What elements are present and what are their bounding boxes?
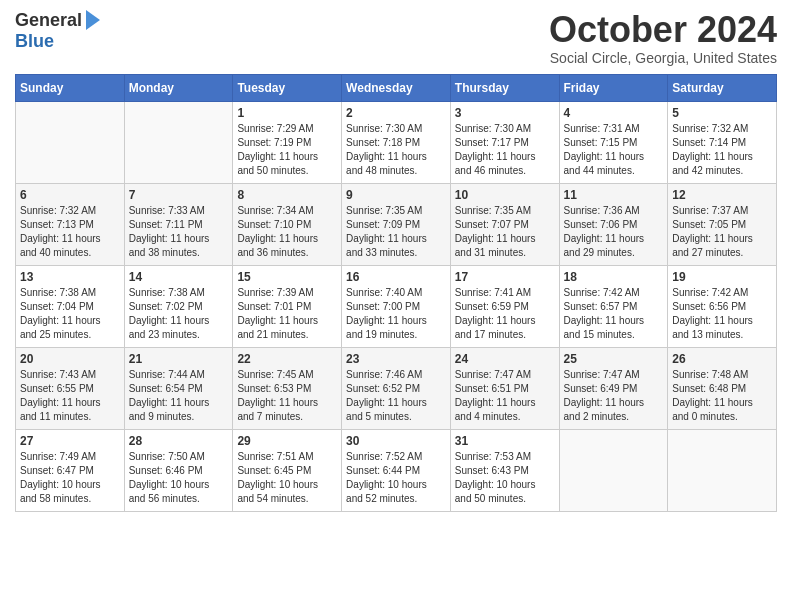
- weekday-header-row: SundayMondayTuesdayWednesdayThursdayFrid…: [16, 74, 777, 101]
- weekday-header-friday: Friday: [559, 74, 668, 101]
- day-number: 1: [237, 106, 337, 120]
- day-cell: 3Sunrise: 7:30 AMSunset: 7:17 PMDaylight…: [450, 101, 559, 183]
- cell-content: Sunrise: 7:49 AMSunset: 6:47 PMDaylight:…: [20, 450, 120, 506]
- day-number: 10: [455, 188, 555, 202]
- daylight-text: Daylight: 11 hours and 17 minutes.: [455, 315, 536, 340]
- sunrise-text: Sunrise: 7:44 AM: [129, 369, 205, 380]
- day-cell: [16, 101, 125, 183]
- day-cell: 8Sunrise: 7:34 AMSunset: 7:10 PMDaylight…: [233, 183, 342, 265]
- cell-content: Sunrise: 7:32 AMSunset: 7:14 PMDaylight:…: [672, 122, 772, 178]
- day-cell: 14Sunrise: 7:38 AMSunset: 7:02 PMDayligh…: [124, 265, 233, 347]
- cell-content: Sunrise: 7:52 AMSunset: 6:44 PMDaylight:…: [346, 450, 446, 506]
- daylight-text: Daylight: 10 hours and 54 minutes.: [237, 479, 318, 504]
- day-cell: 5Sunrise: 7:32 AMSunset: 7:14 PMDaylight…: [668, 101, 777, 183]
- sunrise-text: Sunrise: 7:52 AM: [346, 451, 422, 462]
- daylight-text: Daylight: 11 hours and 40 minutes.: [20, 233, 101, 258]
- day-number: 2: [346, 106, 446, 120]
- daylight-text: Daylight: 11 hours and 36 minutes.: [237, 233, 318, 258]
- cell-content: Sunrise: 7:53 AMSunset: 6:43 PMDaylight:…: [455, 450, 555, 506]
- sunrise-text: Sunrise: 7:35 AM: [455, 205, 531, 216]
- sunset-text: Sunset: 7:02 PM: [129, 301, 203, 312]
- sunrise-text: Sunrise: 7:53 AM: [455, 451, 531, 462]
- cell-content: Sunrise: 7:40 AMSunset: 7:00 PMDaylight:…: [346, 286, 446, 342]
- sunset-text: Sunset: 6:48 PM: [672, 383, 746, 394]
- daylight-text: Daylight: 11 hours and 13 minutes.: [672, 315, 753, 340]
- sunset-text: Sunset: 7:17 PM: [455, 137, 529, 148]
- week-row-1: 1Sunrise: 7:29 AMSunset: 7:19 PMDaylight…: [16, 101, 777, 183]
- daylight-text: Daylight: 11 hours and 9 minutes.: [129, 397, 210, 422]
- sunrise-text: Sunrise: 7:48 AM: [672, 369, 748, 380]
- day-number: 31: [455, 434, 555, 448]
- daylight-text: Daylight: 11 hours and 23 minutes.: [129, 315, 210, 340]
- daylight-text: Daylight: 11 hours and 0 minutes.: [672, 397, 753, 422]
- day-cell: 29Sunrise: 7:51 AMSunset: 6:45 PMDayligh…: [233, 429, 342, 511]
- day-number: 18: [564, 270, 664, 284]
- day-number: 22: [237, 352, 337, 366]
- weekday-header-tuesday: Tuesday: [233, 74, 342, 101]
- day-cell: [124, 101, 233, 183]
- sunset-text: Sunset: 6:51 PM: [455, 383, 529, 394]
- day-number: 7: [129, 188, 229, 202]
- weekday-header-saturday: Saturday: [668, 74, 777, 101]
- weekday-header-monday: Monday: [124, 74, 233, 101]
- logo-blue-text: Blue: [15, 31, 54, 52]
- sunset-text: Sunset: 6:49 PM: [564, 383, 638, 394]
- day-cell: [668, 429, 777, 511]
- sunrise-text: Sunrise: 7:42 AM: [564, 287, 640, 298]
- sunset-text: Sunset: 6:59 PM: [455, 301, 529, 312]
- sunset-text: Sunset: 6:57 PM: [564, 301, 638, 312]
- day-cell: [559, 429, 668, 511]
- day-cell: 20Sunrise: 7:43 AMSunset: 6:55 PMDayligh…: [16, 347, 125, 429]
- cell-content: Sunrise: 7:32 AMSunset: 7:13 PMDaylight:…: [20, 204, 120, 260]
- day-cell: 11Sunrise: 7:36 AMSunset: 7:06 PMDayligh…: [559, 183, 668, 265]
- logo: General Blue: [15, 10, 100, 52]
- cell-content: Sunrise: 7:35 AMSunset: 7:09 PMDaylight:…: [346, 204, 446, 260]
- day-cell: 10Sunrise: 7:35 AMSunset: 7:07 PMDayligh…: [450, 183, 559, 265]
- day-number: 21: [129, 352, 229, 366]
- daylight-text: Daylight: 10 hours and 58 minutes.: [20, 479, 101, 504]
- daylight-text: Daylight: 10 hours and 52 minutes.: [346, 479, 427, 504]
- sunset-text: Sunset: 6:55 PM: [20, 383, 94, 394]
- day-number: 17: [455, 270, 555, 284]
- sunrise-text: Sunrise: 7:46 AM: [346, 369, 422, 380]
- day-number: 27: [20, 434, 120, 448]
- daylight-text: Daylight: 11 hours and 19 minutes.: [346, 315, 427, 340]
- sunset-text: Sunset: 6:43 PM: [455, 465, 529, 476]
- sunset-text: Sunset: 7:10 PM: [237, 219, 311, 230]
- sunset-text: Sunset: 7:14 PM: [672, 137, 746, 148]
- cell-content: Sunrise: 7:50 AMSunset: 6:46 PMDaylight:…: [129, 450, 229, 506]
- day-number: 3: [455, 106, 555, 120]
- daylight-text: Daylight: 11 hours and 25 minutes.: [20, 315, 101, 340]
- day-number: 29: [237, 434, 337, 448]
- title-area: October 2024 Social Circle, Georgia, Uni…: [549, 10, 777, 66]
- sunset-text: Sunset: 7:00 PM: [346, 301, 420, 312]
- day-cell: 16Sunrise: 7:40 AMSunset: 7:00 PMDayligh…: [342, 265, 451, 347]
- day-number: 30: [346, 434, 446, 448]
- week-row-3: 13Sunrise: 7:38 AMSunset: 7:04 PMDayligh…: [16, 265, 777, 347]
- sunset-text: Sunset: 7:04 PM: [20, 301, 94, 312]
- cell-content: Sunrise: 7:31 AMSunset: 7:15 PMDaylight:…: [564, 122, 664, 178]
- day-cell: 27Sunrise: 7:49 AMSunset: 6:47 PMDayligh…: [16, 429, 125, 511]
- sunrise-text: Sunrise: 7:37 AM: [672, 205, 748, 216]
- sunrise-text: Sunrise: 7:49 AM: [20, 451, 96, 462]
- week-row-4: 20Sunrise: 7:43 AMSunset: 6:55 PMDayligh…: [16, 347, 777, 429]
- cell-content: Sunrise: 7:35 AMSunset: 7:07 PMDaylight:…: [455, 204, 555, 260]
- week-row-5: 27Sunrise: 7:49 AMSunset: 6:47 PMDayligh…: [16, 429, 777, 511]
- sunrise-text: Sunrise: 7:32 AM: [20, 205, 96, 216]
- day-number: 6: [20, 188, 120, 202]
- daylight-text: Daylight: 11 hours and 4 minutes.: [455, 397, 536, 422]
- daylight-text: Daylight: 10 hours and 56 minutes.: [129, 479, 210, 504]
- cell-content: Sunrise: 7:44 AMSunset: 6:54 PMDaylight:…: [129, 368, 229, 424]
- sunset-text: Sunset: 7:18 PM: [346, 137, 420, 148]
- day-cell: 18Sunrise: 7:42 AMSunset: 6:57 PMDayligh…: [559, 265, 668, 347]
- sunrise-text: Sunrise: 7:51 AM: [237, 451, 313, 462]
- day-cell: 1Sunrise: 7:29 AMSunset: 7:19 PMDaylight…: [233, 101, 342, 183]
- cell-content: Sunrise: 7:34 AMSunset: 7:10 PMDaylight:…: [237, 204, 337, 260]
- sunset-text: Sunset: 6:52 PM: [346, 383, 420, 394]
- daylight-text: Daylight: 11 hours and 2 minutes.: [564, 397, 645, 422]
- day-cell: 15Sunrise: 7:39 AMSunset: 7:01 PMDayligh…: [233, 265, 342, 347]
- weekday-header-wednesday: Wednesday: [342, 74, 451, 101]
- daylight-text: Daylight: 11 hours and 48 minutes.: [346, 151, 427, 176]
- sunset-text: Sunset: 7:05 PM: [672, 219, 746, 230]
- day-number: 19: [672, 270, 772, 284]
